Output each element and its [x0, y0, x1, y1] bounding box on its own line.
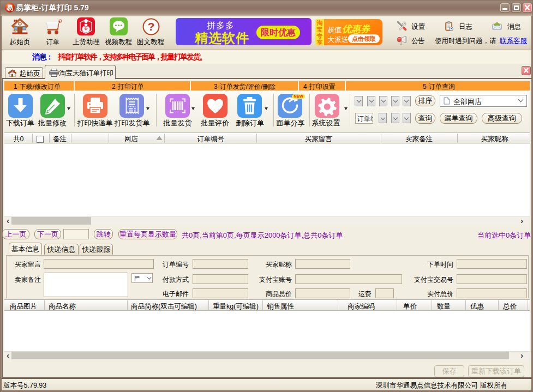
svg-text:?: ?: [148, 20, 155, 33]
